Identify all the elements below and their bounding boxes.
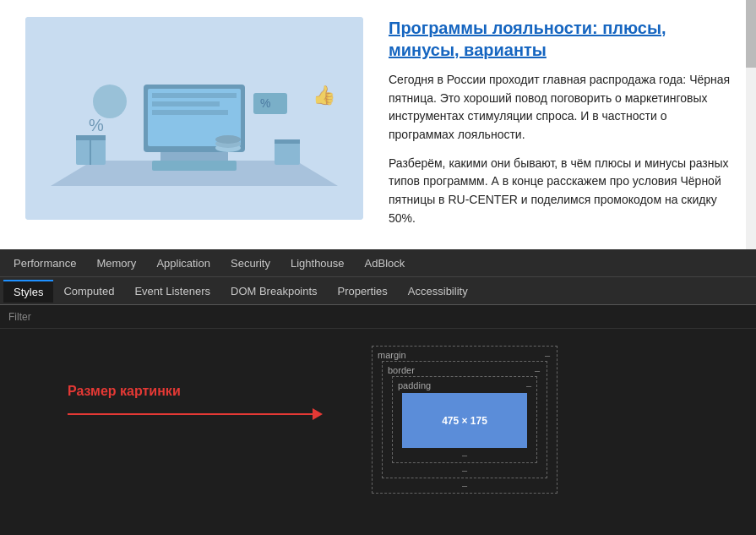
article-paragraph-2: Разберём, какими они бывают, в чём плюсы… bbox=[389, 155, 731, 228]
filter-bar: Filter bbox=[0, 305, 756, 329]
tab-performance[interactable]: Performance bbox=[3, 253, 86, 274]
svg-point-20 bbox=[215, 135, 241, 144]
svg-point-15 bbox=[93, 85, 127, 118]
svg-rect-14 bbox=[275, 139, 300, 144]
subtab-properties[interactable]: Properties bbox=[328, 281, 398, 302]
tab-lighthouse[interactable]: Lighthouse bbox=[280, 253, 355, 274]
svg-rect-8 bbox=[152, 161, 237, 171]
devtools-panel: Размер картинки margin – border – paddin… bbox=[0, 329, 756, 535]
subtab-styles[interactable]: Styles bbox=[3, 280, 53, 303]
annotation-arrow bbox=[68, 413, 313, 415]
margin-dash: – bbox=[545, 350, 550, 360]
box-model: margin – border – padding – 475 × 175 – … bbox=[372, 346, 557, 494]
padding-label: padding bbox=[398, 380, 431, 390]
article-image: % % 👍 bbox=[25, 17, 363, 220]
subtab-computed[interactable]: Computed bbox=[53, 281, 124, 302]
scrollbar-thumb[interactable] bbox=[746, 0, 756, 68]
devtools-subtabs: Styles Computed Event Listeners DOM Brea… bbox=[0, 277, 756, 305]
tab-security[interactable]: Security bbox=[220, 253, 280, 274]
svg-rect-7 bbox=[152, 110, 228, 115]
tab-adblock[interactable]: AdBlock bbox=[355, 253, 416, 274]
svg-text:%: % bbox=[260, 96, 270, 110]
svg-text:%: % bbox=[89, 116, 104, 134]
subtab-dom-breakpoints[interactable]: DOM Breakpoints bbox=[220, 281, 328, 302]
tab-memory[interactable]: Memory bbox=[86, 253, 146, 274]
article-paragraph-1: Сегодня в России проходит главная распро… bbox=[389, 71, 731, 145]
arrow-head bbox=[313, 408, 323, 420]
border-label: border bbox=[388, 365, 415, 375]
margin-bottom-dash: – bbox=[462, 480, 467, 490]
filter-label: Filter bbox=[8, 311, 31, 323]
article-title[interactable]: Программы лояльности: плюсы, минусы, вар… bbox=[389, 17, 731, 61]
border-bottom-dash: – bbox=[462, 465, 467, 475]
subtab-accessibility[interactable]: Accessibility bbox=[398, 281, 478, 302]
article-section: % % 👍 Программы лояльности: плюсы, минус… bbox=[0, 0, 756, 249]
scrollbar[interactable] bbox=[746, 0, 756, 249]
content-size: 475 × 175 bbox=[442, 415, 487, 427]
border-dash: – bbox=[535, 365, 540, 375]
content-box: 475 × 175 bbox=[402, 393, 527, 448]
svg-rect-6 bbox=[152, 101, 220, 106]
article-text: Программы лояльности: плюсы, минусы, вар… bbox=[389, 17, 731, 228]
margin-label: margin bbox=[378, 350, 406, 360]
svg-rect-5 bbox=[152, 93, 237, 98]
subtab-event-listeners[interactable]: Event Listeners bbox=[124, 281, 220, 302]
devtools-tabs: Performance Memory Application Security … bbox=[0, 249, 756, 277]
padding-dash: – bbox=[526, 380, 531, 390]
arrow-line bbox=[68, 413, 313, 415]
svg-text:👍: 👍 bbox=[313, 84, 336, 106]
annotation-label: Размер картинки bbox=[68, 384, 181, 399]
padding-bottom-dash: – bbox=[462, 450, 467, 460]
tab-application[interactable]: Application bbox=[146, 253, 220, 274]
